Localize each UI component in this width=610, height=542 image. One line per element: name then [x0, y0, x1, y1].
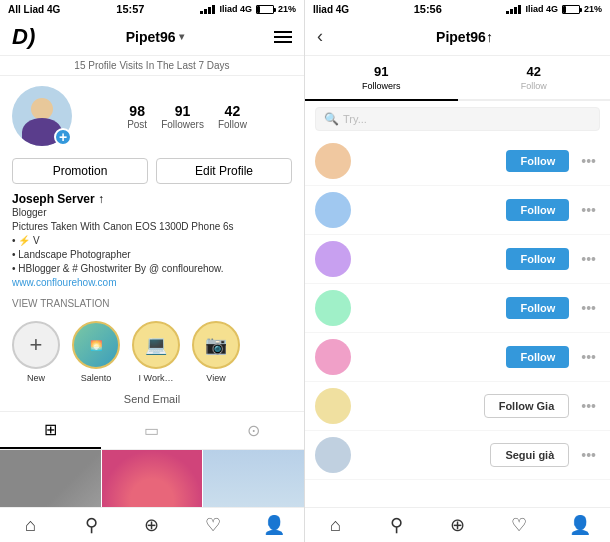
profile-icon: 👤 [263, 514, 285, 536]
nav-add-right[interactable]: ⊕ [427, 514, 488, 536]
following-label: Follow [218, 119, 247, 130]
search-icon: ⚲ [85, 514, 98, 536]
follow-gia-button[interactable]: Follow Gia [484, 394, 570, 418]
header-left: D) Pipet96 ▾ [0, 18, 304, 56]
stat-posts: 98 Post [127, 103, 147, 130]
followers-label: Followers [161, 119, 204, 130]
bio-link[interactable]: www.conflourehow.com [12, 276, 292, 290]
more-dots-1[interactable]: ••• [577, 153, 600, 169]
view-translation-button[interactable]: VIEW TRANSLATION [0, 296, 304, 313]
action-buttons: Promotion Edit Profile [0, 154, 304, 190]
more-dots-3[interactable]: ••• [577, 251, 600, 267]
follower-avatar-6 [315, 388, 351, 424]
header-username[interactable]: Pipet96 ▾ [126, 29, 184, 45]
thumb-3[interactable] [203, 450, 304, 507]
nav-search-right[interactable]: ⚲ [366, 514, 427, 536]
follower-avatar-5 [315, 339, 351, 375]
highlight-new[interactable]: + New [12, 321, 60, 383]
add-icon-right: ⊕ [450, 514, 465, 536]
following-count: 42 [218, 103, 247, 119]
more-dots-6[interactable]: ••• [577, 398, 600, 414]
follow-button-1[interactable]: Follow [506, 150, 569, 172]
search-icon-right: ⚲ [390, 514, 403, 536]
stats-row: 98 Post 91 Followers 42 Follow [82, 103, 292, 130]
highlight-iwork[interactable]: 💻 I Work… [132, 321, 180, 383]
more-dots-4[interactable]: ••• [577, 300, 600, 316]
followers-tabs: 91 Followers 42 Follow [305, 56, 610, 101]
tab-followers[interactable]: 91 Followers [305, 56, 458, 101]
bottom-nav-left: ⌂ ⚲ ⊕ ♡ 👤 [0, 507, 304, 542]
promotion-button[interactable]: Promotion [12, 158, 148, 184]
notice-text: 15 Profile Visits In The Last 7 Days [74, 60, 229, 71]
more-dots-2[interactable]: ••• [577, 202, 600, 218]
hamburger-menu[interactable] [274, 31, 292, 43]
follower-avatar-3 [315, 241, 351, 277]
tab-list[interactable]: ▭ [101, 412, 202, 449]
battery-pct-right: 21% [584, 4, 602, 14]
follower-row: Follow ••• [305, 235, 610, 284]
profile-tabs: ⊞ ▭ ⊙ [0, 412, 304, 450]
time-right: 15:56 [414, 3, 442, 15]
segui-gia-button[interactable]: Segui già [490, 443, 569, 467]
highlight-salento[interactable]: 🌅 Salento [72, 321, 120, 383]
home-icon-right: ⌂ [330, 515, 341, 536]
nav-profile-right[interactable]: 👤 [549, 514, 610, 536]
profile-section: + 98 Post 91 Followers 42 Follow [0, 76, 304, 154]
highlight-new-label: New [27, 373, 45, 383]
status-bar-right: Iliad 4G 15:56 Iliad 4G 21% [305, 0, 610, 18]
home-icon: ⌂ [25, 515, 36, 536]
edit-profile-button[interactable]: Edit Profile [156, 158, 292, 184]
battery-icon-right [562, 5, 580, 14]
send-email-button[interactable]: Send Email [0, 391, 304, 412]
avatar-wrap[interactable]: + [12, 86, 72, 146]
more-dots-7[interactable]: ••• [577, 447, 600, 463]
tagged-icon: ⊙ [247, 421, 260, 440]
add-story-button[interactable]: + [54, 128, 72, 146]
new-highlight-circle: + [12, 321, 60, 369]
battery-pct-left: 21% [278, 4, 296, 14]
status-right-left: Iliad 4G 21% [200, 4, 296, 14]
more-dots-5[interactable]: ••• [577, 349, 600, 365]
nav-likes-left[interactable]: ♡ [182, 514, 243, 536]
follow-button-2[interactable]: Follow [506, 199, 569, 221]
follower-avatar-7 [315, 437, 351, 473]
thumb-2[interactable] [102, 450, 203, 507]
highlight-view-label: View [206, 373, 225, 383]
notice-bar: 15 Profile Visits In The Last 7 Days [0, 56, 304, 76]
nav-home-right[interactable]: ⌂ [305, 514, 366, 536]
list-icon: ▭ [144, 421, 159, 440]
follow-button-5[interactable]: Follow [506, 346, 569, 368]
follower-avatar-4 [315, 290, 351, 326]
app-logo: D) [12, 24, 35, 50]
nav-add-left[interactable]: ⊕ [122, 514, 183, 536]
tab-following[interactable]: 42 Follow [458, 56, 611, 99]
follow-button-4[interactable]: Follow [506, 297, 569, 319]
username-label: Pipet96 [126, 29, 176, 45]
highlight-view[interactable]: 📷 View [192, 321, 240, 383]
highlight-iwork-label: I Work… [139, 373, 174, 383]
back-button[interactable]: ‹ [317, 26, 323, 47]
thumb-1[interactable] [0, 450, 101, 507]
carrier-left: All Liad 4G [8, 4, 60, 15]
nav-home-left[interactable]: ⌂ [0, 514, 61, 536]
signal-icon [200, 5, 215, 14]
nav-likes-right[interactable]: ♡ [488, 514, 549, 536]
carrier-right: Iliad 4G [313, 4, 349, 15]
nav-profile-left[interactable]: 👤 [243, 514, 304, 536]
left-panel: All Liad 4G 15:57 Iliad 4G 21% D) Pipet9… [0, 0, 305, 542]
thumb-sky-img [203, 450, 304, 507]
search-bar[interactable]: 🔍 Try... [315, 107, 600, 131]
follow-button-3[interactable]: Follow [506, 248, 569, 270]
thumb-flower-img [102, 450, 203, 507]
tab-grid[interactable]: ⊞ [0, 412, 101, 449]
iwork-highlight-circle: 💻 [132, 321, 180, 369]
follower-row: Follow ••• [305, 186, 610, 235]
highlights-row: + New 🌅 Salento 💻 I Work… 📷 View [0, 313, 304, 391]
heart-icon: ♡ [205, 514, 221, 536]
add-icon: ⊕ [144, 514, 159, 536]
profile-name: Joseph Server ↑ [12, 192, 292, 206]
follower-row-gia: Follow Gia ••• [305, 382, 610, 431]
header-right: ‹ Pipet96↑ [305, 18, 610, 56]
tab-tagged[interactable]: ⊙ [203, 412, 304, 449]
nav-search-left[interactable]: ⚲ [61, 514, 122, 536]
